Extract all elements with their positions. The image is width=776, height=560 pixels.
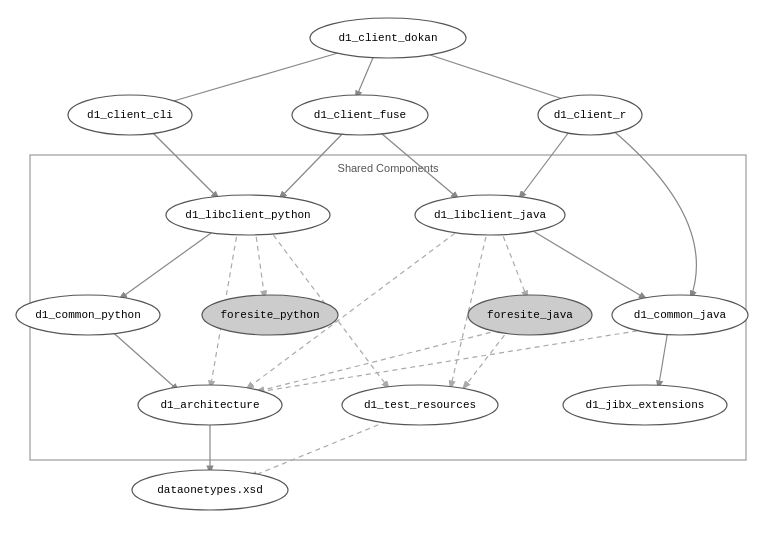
- label-d1-jibx-extensions: d1_jibx_extensions: [586, 399, 705, 411]
- label-foresite-python: foresite_python: [220, 309, 319, 321]
- shared-components-label: Shared Components: [338, 162, 439, 174]
- svg-line-19: [658, 330, 668, 390]
- label-d1-libclient-python: d1_libclient_python: [185, 209, 310, 221]
- label-dataonetypes-xsd: dataonetypes.xsd: [157, 484, 263, 496]
- label-d1-client-dokan: d1_client_dokan: [338, 32, 437, 44]
- svg-line-3: [160, 48, 355, 105]
- label-d1-test-resources: d1_test_resources: [364, 399, 476, 411]
- label-d1-client-r: d1_client_r: [554, 109, 627, 121]
- label-d1-libclient-java: d1_libclient_java: [434, 209, 547, 221]
- svg-line-2: [355, 53, 375, 100]
- svg-line-4: [415, 50, 575, 103]
- label-d1-client-fuse: d1_client_fuse: [314, 109, 406, 121]
- label-foresite-java: foresite_java: [487, 309, 573, 321]
- label-d1-common-java: d1_common_java: [634, 309, 727, 321]
- architecture-diagram: Shared Components: [0, 0, 776, 560]
- svg-line-5: [148, 128, 220, 200]
- svg-line-16: [500, 228, 528, 300]
- label-d1-common-python: d1_common_python: [35, 309, 141, 321]
- svg-line-15: [255, 228, 265, 300]
- svg-line-23: [248, 418, 395, 478]
- svg-line-9: [118, 228, 218, 300]
- label-d1-client-cli: d1_client_cli: [87, 109, 173, 121]
- svg-line-18: [252, 328, 655, 393]
- label-d1-architecture: d1_architecture: [160, 399, 259, 411]
- svg-line-8: [518, 128, 572, 200]
- svg-line-17: [108, 328, 180, 392]
- svg-line-21: [255, 328, 508, 392]
- svg-line-10: [528, 228, 648, 300]
